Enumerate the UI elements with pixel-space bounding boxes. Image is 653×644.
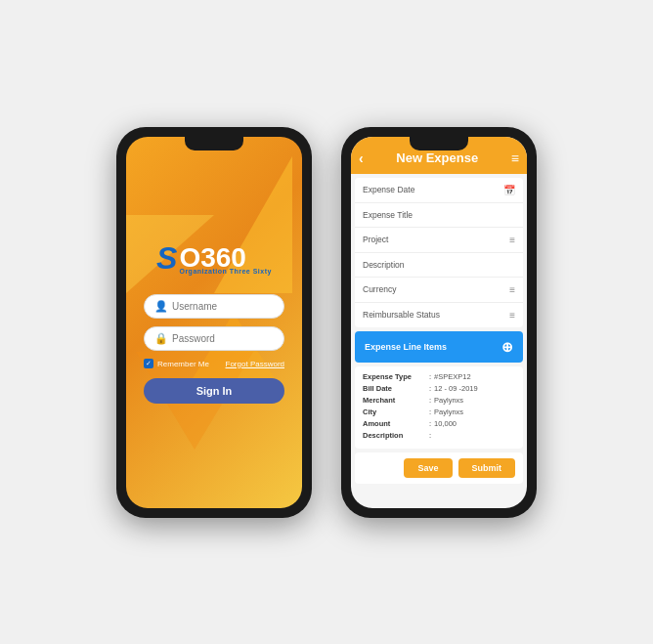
detail-val-expense-type: #SPEXP12 <box>434 372 471 381</box>
detail-key-expense-type: Expense Type <box>363 372 426 381</box>
detail-sep-1: : <box>429 372 431 381</box>
detail-sep-3: : <box>429 396 431 405</box>
list-icon-currency: ≡ <box>509 284 515 295</box>
project-row[interactable]: Project ≡ <box>355 228 523 253</box>
reimbursable-row[interactable]: Reimbursable Status ≡ <box>355 303 523 327</box>
expense-title-label: Expense Title <box>363 210 413 220</box>
check-icon: ✓ <box>146 360 152 367</box>
save-button[interactable]: Save <box>404 458 452 478</box>
phone-notch-left <box>185 137 243 150</box>
phone-notch-right <box>410 137 468 150</box>
logo-subtitle: Organization Three Sixty <box>179 268 271 275</box>
detail-sep-2: : <box>429 384 431 393</box>
back-button[interactable]: ‹ <box>359 150 364 166</box>
detail-sep-5: : <box>429 419 431 428</box>
detail-amount: Amount : 10,000 <box>363 419 515 428</box>
project-label: Project <box>363 235 388 244</box>
detail-val-city: Paylynxs <box>434 408 463 416</box>
form-section: Expense Date 📅 Expense Title Project ≡ D <box>355 178 523 327</box>
remember-me-container[interactable]: ✓ Remember Me <box>144 359 209 368</box>
logo-area: S O360 Organization Three Sixty <box>156 240 272 277</box>
sign-in-button[interactable]: Sign In <box>144 378 284 404</box>
forgot-password-link[interactable]: Forgot Password <box>226 360 284 368</box>
lock-icon: 🔒 <box>154 332 166 345</box>
username-field[interactable]: 👤 <box>144 294 284 319</box>
expense-details-section: Expense Type : #SPEXP12 Bill Date : 12 -… <box>355 366 523 449</box>
username-input[interactable] <box>172 301 274 312</box>
detail-expense-type: Expense Type : #SPEXP12 <box>363 372 515 381</box>
left-phone: S O360 Organization Three Sixty 👤 🔒 <box>116 127 312 518</box>
expense-date-row[interactable]: Expense Date 📅 <box>355 178 523 203</box>
description-label: Description <box>363 260 405 270</box>
logo-wrapper: O360 Organization Three Sixty <box>179 242 271 275</box>
detail-description: Description : <box>363 431 515 440</box>
detail-city: City : Paylynxs <box>363 408 515 416</box>
expense-date-label: Expense Date <box>363 185 414 194</box>
detail-val-merchant: Paylynxs <box>434 396 463 405</box>
detail-key-amount: Amount <box>363 419 426 428</box>
detail-merchant: Merchant : Paylynxs <box>363 396 515 405</box>
login-screen: S O360 Organization Three Sixty 👤 🔒 <box>126 137 302 508</box>
expense-line-items-button[interactable]: Expense Line Items ⊕ <box>355 331 523 363</box>
calendar-icon: 📅 <box>503 185 515 195</box>
remember-me-label: Remember Me <box>157 360 209 368</box>
logo-s-icon: S <box>156 240 177 277</box>
user-icon: 👤 <box>154 300 166 313</box>
detail-bill-date: Bill Date : 12 - 09 -2019 <box>363 384 515 393</box>
line-items-label: Expense Line Items <box>365 342 447 352</box>
remember-checkbox[interactable]: ✓ <box>144 359 153 368</box>
detail-sep-4: : <box>429 408 431 416</box>
login-content: S O360 Organization Three Sixty 👤 🔒 <box>144 240 284 404</box>
detail-key-bill-date: Bill Date <box>363 384 426 393</box>
bottom-actions: Save Submit <box>355 452 523 484</box>
expense-title-row[interactable]: Expense Title <box>355 203 523 228</box>
login-extras: ✓ Remember Me Forgot Password <box>144 359 284 368</box>
expense-body: Expense Date 📅 Expense Title Project ≡ D <box>351 174 527 508</box>
reimbursable-label: Reimbursable Status <box>363 310 440 320</box>
add-line-item-icon[interactable]: ⊕ <box>501 339 513 355</box>
detail-key-merchant: Merchant <box>363 396 426 405</box>
detail-key-city: City <box>363 408 426 416</box>
currency-label: Currency <box>363 284 396 294</box>
detail-key-description: Description <box>363 431 426 440</box>
right-phone: ‹ New Expense ≡ Expense Date 📅 Expense T… <box>341 127 537 518</box>
submit-button[interactable]: Submit <box>458 458 516 478</box>
description-row[interactable]: Description <box>355 253 523 278</box>
detail-val-bill-date: 12 - 09 -2019 <box>434 384 478 393</box>
password-input[interactable] <box>172 333 274 344</box>
list-icon-reimbursable: ≡ <box>509 310 515 321</box>
expense-title: New Expense <box>396 150 478 165</box>
detail-sep-6: : <box>429 431 431 440</box>
currency-row[interactable]: Currency ≡ <box>355 278 523 303</box>
expense-screen: ‹ New Expense ≡ Expense Date 📅 Expense T… <box>351 137 527 508</box>
password-field[interactable]: 🔒 <box>144 326 284 351</box>
detail-val-amount: 10,000 <box>434 419 457 428</box>
list-icon-project: ≡ <box>509 235 515 245</box>
menu-icon[interactable]: ≡ <box>511 150 519 166</box>
